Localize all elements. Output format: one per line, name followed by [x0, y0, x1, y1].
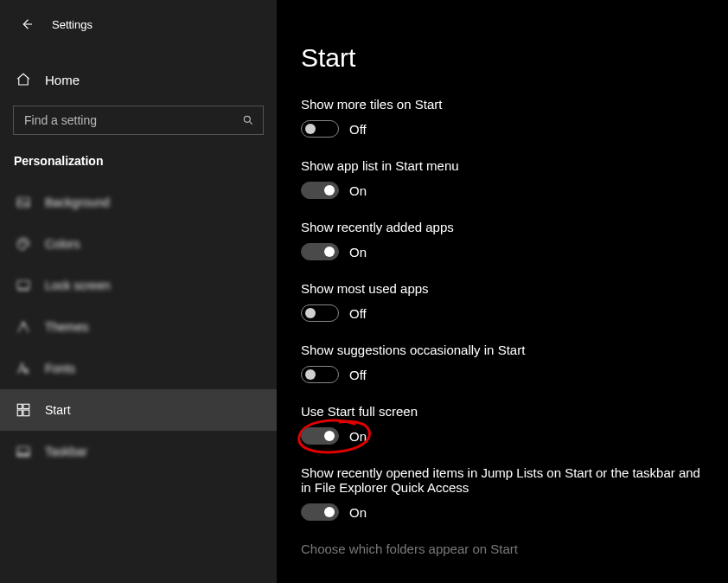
toggle-most-used[interactable] — [301, 304, 339, 322]
sidebar: Settings Home Personalization Background — [0, 0, 277, 583]
toggle-state-text: Off — [349, 122, 367, 137]
toggle-jump-lists[interactable] — [301, 503, 339, 521]
svg-rect-8 — [17, 410, 22, 416]
search-input[interactable] — [13, 106, 264, 135]
home-nav[interactable]: Home — [0, 62, 277, 97]
fonts-icon — [16, 361, 31, 376]
svg-point-4 — [25, 242, 27, 244]
setting-label: Use Start full screen — [301, 404, 702, 419]
setting-show-more-tiles: Show more tiles on Start Off — [301, 97, 702, 138]
sidebar-item-lockscreen[interactable]: Lock screen — [0, 265, 277, 306]
home-icon — [16, 72, 31, 87]
sidebar-item-background[interactable]: Background — [0, 182, 277, 223]
toggle-state-text: On — [349, 505, 367, 520]
sidebar-item-colors[interactable]: Colors — [0, 223, 277, 265]
sidebar-item-label: Taskbar — [45, 445, 87, 458]
sidebar-item-label: Fonts — [45, 362, 75, 375]
setting-label: Show recently added apps — [301, 220, 702, 234]
toggle-suggestions[interactable] — [301, 366, 339, 383]
toggle-state-text: On — [349, 429, 367, 444]
sidebar-item-label: Background — [45, 195, 110, 209]
choose-folders-link[interactable]: Choose which folders appear on Start — [301, 541, 702, 556]
toggle-show-more-tiles[interactable] — [301, 120, 339, 138]
svg-rect-9 — [23, 410, 29, 416]
search-wrap — [0, 106, 277, 135]
svg-rect-6 — [17, 404, 22, 408]
header-row: Settings — [0, 12, 277, 36]
setting-full-screen: Use Start full screen On — [301, 404, 702, 445]
setting-label: Show app list in Start menu — [301, 158, 702, 173]
setting-suggestions: Show suggestions occasionally in Start O… — [301, 343, 702, 383]
toggle-state-text: Off — [349, 306, 367, 321]
sidebar-item-themes[interactable]: Themes — [0, 306, 277, 348]
sidebar-item-taskbar[interactable]: Taskbar — [0, 431, 277, 472]
home-label: Home — [45, 73, 80, 87]
svg-rect-5 — [17, 281, 29, 289]
taskbar-icon — [16, 444, 31, 459]
background-icon — [16, 195, 31, 210]
colors-icon — [16, 236, 31, 252]
category-header: Personalization — [0, 135, 277, 178]
setting-most-used: Show most used apps Off — [301, 281, 702, 322]
toggle-state-text: Off — [349, 368, 367, 382]
setting-label: Show recently opened items in Jump Lists… — [301, 465, 702, 495]
setting-label: Show more tiles on Start — [301, 97, 702, 112]
sidebar-item-start[interactable]: Start — [0, 389, 277, 431]
setting-label: Show suggestions occasionally in Start — [301, 343, 702, 357]
page-title: Start — [301, 43, 702, 73]
svg-rect-7 — [23, 404, 29, 408]
setting-recently-added: Show recently added apps On — [301, 220, 702, 260]
toggle-show-app-list[interactable] — [301, 182, 339, 199]
toggle-state-text: On — [349, 183, 367, 198]
back-arrow-icon[interactable] — [19, 16, 35, 32]
sidebar-item-label: Colors — [45, 237, 80, 251]
settings-title: Settings — [52, 18, 93, 31]
nav-list: Background Colors Lock screen Themes Fon… — [0, 182, 277, 472]
svg-point-3 — [22, 240, 24, 242]
setting-show-app-list: Show app list in Start menu On — [301, 158, 702, 199]
search-icon — [242, 114, 254, 126]
toggle-full-screen[interactable] — [301, 427, 339, 445]
sidebar-item-label: Themes — [45, 320, 89, 334]
themes-icon — [16, 319, 31, 335]
main-panel: Start Show more tiles on Start Off Show … — [277, 0, 728, 583]
svg-point-2 — [20, 242, 22, 244]
sidebar-item-fonts[interactable]: Fonts — [0, 348, 277, 389]
setting-jump-lists: Show recently opened items in Jump Lists… — [301, 465, 702, 521]
start-icon — [16, 402, 31, 418]
lockscreen-icon — [16, 278, 31, 293]
svg-point-0 — [244, 116, 250, 122]
sidebar-item-label: Start — [45, 403, 71, 417]
svg-rect-11 — [17, 453, 29, 456]
toggle-recently-added[interactable] — [301, 243, 339, 260]
toggle-state-text: On — [349, 245, 367, 259]
sidebar-item-label: Lock screen — [45, 279, 110, 292]
setting-label: Show most used apps — [301, 281, 702, 296]
